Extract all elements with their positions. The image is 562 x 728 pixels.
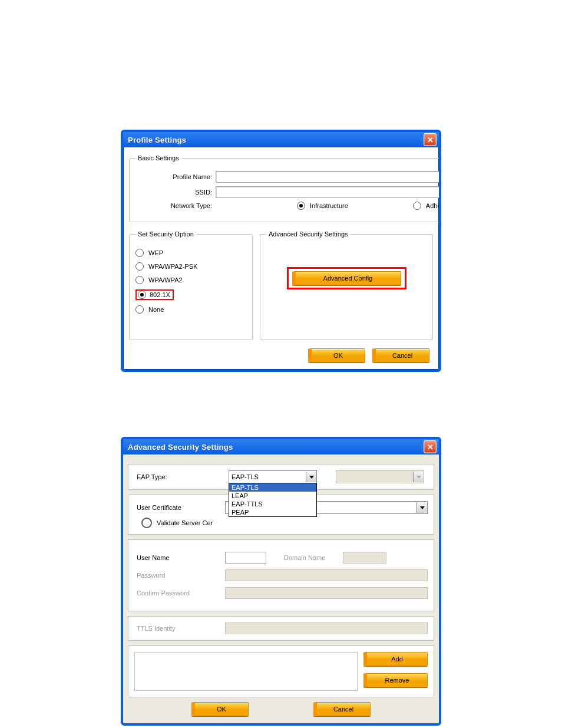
security-option-legend: Set Security Option xyxy=(135,230,196,238)
ok-button[interactable]: OK xyxy=(191,702,249,716)
remove-button[interactable]: Remove xyxy=(363,673,428,687)
titlebar: Profile Settings xyxy=(123,132,439,147)
password-label: Password xyxy=(134,572,225,579)
highlight-8021x: 802.1X xyxy=(135,289,174,300)
network-type-label: Network Type: xyxy=(135,202,216,209)
advanced-security-legend: Advanced Security Settings xyxy=(266,230,351,238)
eap-panel: EAP Type: EAP-TLS EAP-TLS LEAP EAP-TTLS … xyxy=(128,464,434,490)
radio-8021x[interactable] xyxy=(138,291,146,299)
eap-option-eap-tls[interactable]: EAP-TLS xyxy=(229,483,316,492)
basic-settings-group: Basic Settings Profile Name: SSID: Netwo… xyxy=(129,154,441,222)
radio-wep-label: WEP xyxy=(148,249,163,256)
ttls-identity-label: TTLS Identity xyxy=(134,625,225,632)
profile-name-label: Profile Name: xyxy=(135,173,216,180)
eap-type-select[interactable]: EAP-TLS xyxy=(229,470,317,483)
eap-type-label: EAP Type: xyxy=(134,473,225,480)
chevron-down-icon xyxy=(413,472,424,482)
advanced-security-group: Advanced Security Settings Advanced Conf… xyxy=(260,230,433,340)
ttls-panel: TTLS Identity xyxy=(128,616,434,641)
confirm-password-label: Confirm Password xyxy=(134,589,225,597)
server-list-panel: Add Remove xyxy=(128,645,434,697)
validate-server-cert-radio[interactable] xyxy=(141,518,152,528)
window-title: Advanced Security Settings xyxy=(128,443,233,452)
highlight-advanced-config: Advanced Config xyxy=(287,267,406,289)
user-name-input[interactable] xyxy=(225,552,266,564)
radio-adhoc-label: Adhoc xyxy=(426,202,441,209)
radio-infrastructure[interactable] xyxy=(297,202,305,210)
server-list[interactable] xyxy=(134,652,358,691)
radio-wpa-label: WPA/WPA2 xyxy=(148,276,183,284)
eap-option-eap-ttls[interactable]: EAP-TTLS xyxy=(229,500,316,508)
radio-none-label: None xyxy=(148,306,164,313)
ok-button[interactable]: OK xyxy=(308,348,365,363)
security-option-group: Set Security Option WEP WPA/WPA2-PSK WPA… xyxy=(129,230,253,340)
radio-wpa-psk-label: WPA/WPA2-PSK xyxy=(148,263,197,270)
window-title: Profile Settings xyxy=(128,136,186,144)
profile-settings-dialog: Profile Settings Basic Settings Profile … xyxy=(121,130,441,372)
cancel-button[interactable]: Cancel xyxy=(313,702,371,716)
user-certificate-label: User Certificate xyxy=(134,504,225,511)
chevron-down-icon[interactable] xyxy=(416,502,427,513)
basic-settings-legend: Basic Settings xyxy=(135,154,181,162)
domain-name-input xyxy=(343,552,386,564)
domain-name-label: Domain Name xyxy=(284,554,325,561)
ttls-identity-input xyxy=(225,622,428,634)
eap-option-leap[interactable]: LEAP xyxy=(229,492,316,500)
cancel-button[interactable]: Cancel xyxy=(372,348,429,363)
eap-subtype-select xyxy=(336,470,424,483)
ssid-input[interactable] xyxy=(216,186,441,198)
validate-server-cert-label: Validate Server Cer xyxy=(157,519,213,526)
profile-name-input[interactable] xyxy=(216,171,441,183)
radio-wpa-psk[interactable] xyxy=(135,262,144,271)
eap-type-value: EAP-TLS xyxy=(229,473,306,480)
close-icon[interactable] xyxy=(424,133,437,146)
ssid-label: SSID: xyxy=(135,189,216,196)
eap-option-peap[interactable]: PEAP xyxy=(229,508,316,516)
user-name-label: User Name xyxy=(134,554,225,561)
password-input xyxy=(225,569,428,581)
radio-wpa[interactable] xyxy=(135,276,144,284)
radio-8021x-label: 802.1X xyxy=(150,291,170,298)
credentials-panel: User Name Domain Name Password Confirm P… xyxy=(128,539,434,611)
advanced-security-dialog: Advanced Security Settings EAP Type: EAP… xyxy=(121,437,441,726)
eap-type-dropdown-list[interactable]: EAP-TLS LEAP EAP-TTLS PEAP xyxy=(229,483,317,517)
radio-infrastructure-label: Infrastructure xyxy=(310,202,348,209)
confirm-password-input xyxy=(225,587,428,599)
radio-none[interactable] xyxy=(135,305,144,314)
close-icon[interactable] xyxy=(424,440,437,453)
chevron-down-icon[interactable] xyxy=(306,472,316,482)
titlebar: Advanced Security Settings xyxy=(123,439,439,454)
add-button[interactable]: Add xyxy=(363,652,428,666)
radio-adhoc[interactable] xyxy=(413,202,421,210)
radio-wep[interactable] xyxy=(135,249,144,257)
advanced-config-button[interactable]: Advanced Config xyxy=(292,271,401,285)
